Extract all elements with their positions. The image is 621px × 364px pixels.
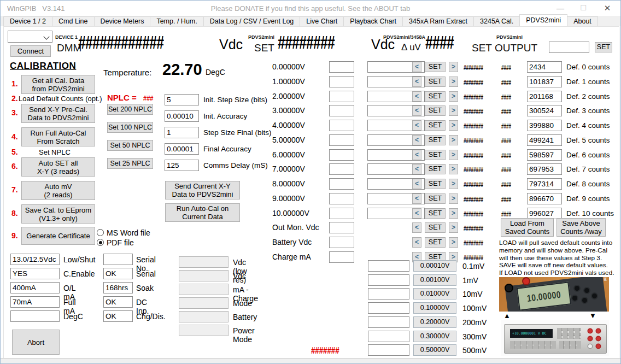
cal-count-input[interactable] bbox=[329, 237, 354, 248]
increment-button[interactable]: > bbox=[449, 77, 458, 87]
cal-count-input[interactable] bbox=[329, 208, 354, 219]
param-input[interactable]: 1 bbox=[165, 127, 199, 138]
increment-button[interactable]: > bbox=[449, 222, 458, 233]
load-saved-counts-button[interactable]: Load From Saved Counts bbox=[501, 218, 554, 237]
nplc-preset-button[interactable]: Set 50 NPLC bbox=[107, 140, 153, 151]
config-input[interactable]: 13.0/12.5Vdc bbox=[10, 254, 60, 265]
tab[interactable]: PDVS2mini bbox=[519, 14, 567, 26]
auto-mv-button[interactable]: Auto mV (2 reads) bbox=[21, 181, 95, 200]
mv-reading-input[interactable] bbox=[368, 260, 409, 272]
default-count-input[interactable]: 697953 bbox=[527, 163, 562, 175]
tab[interactable]: Cmd Line bbox=[52, 16, 95, 26]
tab[interactable]: Data Log / CSV / Event Log bbox=[203, 16, 301, 26]
set-button[interactable]: SET bbox=[425, 105, 446, 116]
tab[interactable]: 3245A Cal. bbox=[473, 16, 520, 26]
set-button[interactable]: SET bbox=[425, 120, 446, 131]
increment-button[interactable]: > bbox=[449, 91, 458, 102]
mv-step-button[interactable]: 0.10000V bbox=[413, 302, 456, 314]
set-button[interactable]: SET bbox=[425, 237, 446, 248]
cal-count-input[interactable] bbox=[329, 149, 354, 161]
set-button[interactable]: SET bbox=[425, 150, 446, 160]
default-count-input[interactable]: 300524 bbox=[527, 105, 562, 116]
cal-count-input[interactable] bbox=[329, 61, 354, 73]
connect-button[interactable]: Connect bbox=[10, 45, 51, 57]
mv-reading-input[interactable] bbox=[368, 331, 409, 342]
increment-button[interactable]: > bbox=[449, 120, 458, 131]
config-input[interactable]: 400mA bbox=[10, 282, 60, 293]
close-button[interactable]: ✕ bbox=[596, 1, 618, 16]
increment-button[interactable]: > bbox=[449, 164, 458, 174]
decrement-button[interactable]: < bbox=[412, 164, 421, 174]
cal-count-input[interactable] bbox=[329, 163, 354, 175]
config-input-2[interactable]: 168hrs bbox=[103, 282, 133, 293]
decrement-button[interactable]: < bbox=[412, 208, 421, 219]
cal-count-input[interactable] bbox=[329, 76, 354, 87]
config-input[interactable]: YES bbox=[10, 268, 60, 279]
increment-button[interactable]: > bbox=[449, 193, 458, 204]
set-button[interactable]: SET bbox=[425, 135, 446, 145]
set-button[interactable]: SET bbox=[425, 62, 446, 72]
decrement-button[interactable]: < bbox=[412, 193, 421, 204]
config-input-2[interactable]: OK bbox=[103, 296, 133, 308]
save-counts-button[interactable]: Save Above Counts Away bbox=[556, 218, 606, 237]
tab[interactable]: 345xA Ram Extract bbox=[402, 16, 474, 26]
config-input-2[interactable]: OK bbox=[103, 310, 133, 322]
mv-step-button[interactable]: 0.00100V bbox=[413, 274, 456, 286]
save-eeprom-button[interactable]: Save Cal. to EEprom (V1.3+ only) bbox=[21, 204, 95, 224]
mv-reading-input[interactable] bbox=[368, 302, 409, 314]
set-output-input[interactable] bbox=[549, 42, 589, 53]
cal-count-input[interactable] bbox=[329, 178, 354, 190]
config-input[interactable]: 70mA bbox=[10, 296, 60, 308]
increment-button[interactable]: > bbox=[449, 150, 458, 160]
pdf-radio[interactable] bbox=[97, 239, 104, 246]
tab[interactable]: Device 1 / 2 bbox=[3, 16, 52, 26]
decrement-button[interactable]: < bbox=[412, 77, 421, 87]
increment-button[interactable]: > bbox=[449, 105, 458, 116]
param-input[interactable]: 5 bbox=[165, 94, 199, 105]
minimize-button[interactable]: — bbox=[549, 1, 571, 16]
ms-word-radio[interactable] bbox=[97, 229, 104, 236]
run-autocal-current-button[interactable]: Run Auto-Cal on Current Data bbox=[165, 203, 240, 222]
mv-step-button[interactable]: 0.01000V bbox=[413, 288, 456, 300]
set-button[interactable]: SET bbox=[425, 164, 446, 174]
mv-step-button[interactable]: 0.50000V bbox=[413, 344, 456, 356]
mv-reading-input[interactable] bbox=[368, 344, 409, 356]
send-precal-button[interactable]: Send X-Y Pre-Cal. Data to PDVS2mini bbox=[21, 104, 95, 123]
tab[interactable]: Device Meters bbox=[94, 16, 151, 26]
tab[interactable]: Live Chart bbox=[300, 16, 344, 26]
increment-button[interactable]: > bbox=[449, 237, 458, 248]
decrement-button[interactable]: < bbox=[412, 91, 421, 102]
cal-count-input[interactable] bbox=[329, 222, 354, 233]
device-select-combo[interactable] bbox=[8, 31, 52, 43]
decrement-button[interactable]: < bbox=[412, 120, 421, 131]
get-cal-data-button[interactable]: Get all Cal. Data from PDVS2mini bbox=[21, 75, 95, 94]
config-input[interactable] bbox=[10, 310, 60, 322]
cal-count-input[interactable] bbox=[329, 120, 354, 131]
decrement-button[interactable]: < bbox=[412, 135, 421, 145]
default-count-input[interactable]: 499241 bbox=[527, 134, 562, 146]
decrement-button[interactable]: < bbox=[412, 150, 421, 160]
default-count-input[interactable]: 399880 bbox=[527, 120, 562, 131]
set-button[interactable]: SET bbox=[425, 208, 446, 219]
default-count-input[interactable]: 2434 bbox=[527, 61, 562, 73]
set-button[interactable]: SET bbox=[425, 193, 446, 204]
set-button[interactable]: SET bbox=[425, 222, 446, 233]
set-button[interactable]: SET bbox=[425, 91, 446, 102]
nplc-preset-button[interactable]: Set 25 NPLC bbox=[107, 158, 153, 169]
increment-button[interactable]: > bbox=[449, 62, 458, 72]
increment-button[interactable]: > bbox=[449, 179, 458, 189]
decrement-button[interactable]: < bbox=[412, 105, 421, 116]
default-count-input[interactable]: 896670 bbox=[527, 193, 562, 204]
maximize-button[interactable]: ☐ bbox=[572, 1, 594, 16]
default-count-input[interactable]: 101837 bbox=[527, 76, 562, 87]
run-full-autocal-button[interactable]: Run Full Auto-Cal From Scratch bbox=[21, 127, 95, 146]
decrement-button[interactable]: < bbox=[412, 179, 421, 189]
generate-certificate-button[interactable]: Generate Certificate bbox=[21, 227, 95, 245]
tab[interactable]: Playback Chart bbox=[343, 16, 403, 26]
mv-reading-input[interactable] bbox=[368, 316, 409, 328]
default-count-input[interactable]: 797314 bbox=[527, 178, 562, 190]
nplc-preset-button[interactable]: Set 200 NPLC bbox=[107, 104, 153, 115]
tab[interactable]: Temp. / Hum. bbox=[150, 16, 203, 26]
param-input[interactable]: 125 bbox=[165, 160, 199, 171]
increment-button[interactable]: > bbox=[449, 135, 458, 145]
